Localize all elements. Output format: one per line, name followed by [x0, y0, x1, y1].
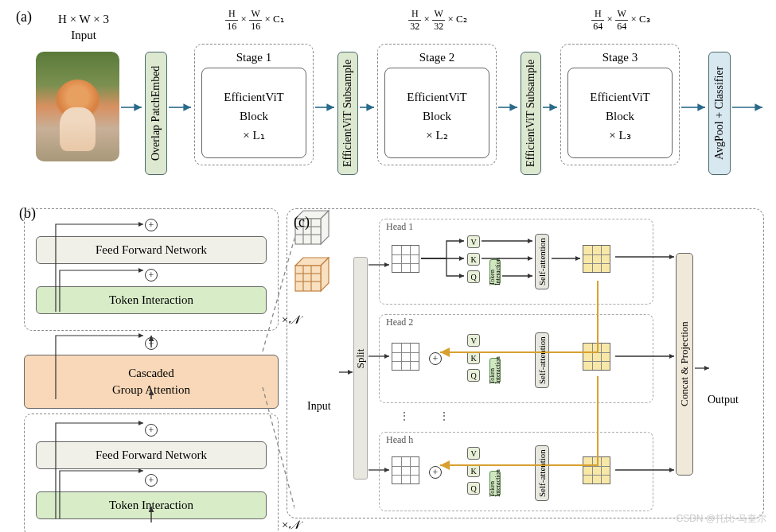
feature-grid-icon: [392, 245, 419, 273]
panel-c-label: (c): [294, 214, 310, 231]
vdots-icon: ⋮: [399, 410, 411, 423]
k-proj: K: [467, 253, 480, 266]
add-icon: +: [145, 337, 158, 350]
stage-1-block: EfficientViTBlock× L₁: [201, 68, 306, 158]
stage-2: Stage 2 EfficientViTBlock× L₂: [377, 44, 497, 165]
panel-b: (b) + Feed Forward Network + Token Inter…: [24, 208, 279, 532]
feature-grid-icon: [392, 343, 419, 371]
classifier-block: AvgPool + Classifier: [708, 52, 731, 175]
token-interaction-c: Token Interaction: [489, 358, 501, 383]
add-icon: +: [145, 269, 158, 282]
feature-grid-out-icon: [583, 343, 610, 371]
head-2: Head 2 + V K Q Token Interaction Self-at…: [379, 314, 653, 403]
ffn-block-lower: Feed Forward Network: [36, 441, 267, 469]
svg-rect-22: [295, 266, 321, 291]
stage-1-title: Stage 1: [201, 51, 306, 64]
self-attention: Self-attention: [535, 332, 549, 388]
stage-3-block: EfficientViTBlock× L₃: [567, 68, 673, 158]
add-icon: +: [429, 352, 442, 365]
head-h-title: Head h: [386, 434, 413, 446]
stage3-dims: H64 × W64 × C₃: [577, 8, 665, 33]
feature-grid-out-icon: [583, 456, 610, 484]
subsample-2: EfficientViT Subsample: [521, 52, 541, 175]
stage-3-title: Stage 3: [567, 51, 673, 64]
panel-b-lower-group: + Feed Forward Network + Token Interacti…: [24, 414, 279, 532]
v-proj: V: [467, 334, 480, 347]
overlap-patchembed-block: Overlap PatchEmbed: [145, 52, 167, 175]
self-attention: Self-attention: [535, 445, 549, 501]
concat-projection: Concat & Projection: [676, 253, 693, 476]
input-image: [36, 52, 119, 161]
input-dims-label: H × W × 3 Input: [44, 12, 123, 43]
input-cube-label: Input: [307, 400, 331, 413]
k-proj: K: [467, 351, 480, 364]
stage2-dims: H32 × W32 × C₂: [394, 8, 482, 33]
feature-grid-icon: [392, 456, 419, 484]
stage-1: Stage 1 EfficientViTBlock× L₁: [194, 44, 314, 165]
input-caption: Input: [71, 29, 96, 41]
input-dims-text: H × W × 3: [58, 13, 109, 25]
watermark: CSDN @托比-马奎尔: [676, 512, 766, 526]
token-interaction-upper: Token Interaction: [36, 286, 267, 314]
split-label: Split: [354, 349, 367, 369]
self-attention: Self-attention: [535, 234, 549, 289]
k-proj: K: [467, 464, 480, 477]
add-icon: +: [145, 424, 158, 437]
q-proj: Q: [467, 482, 480, 495]
token-interaction-lower: Token Interaction: [36, 491, 267, 519]
panel-a: (a) H × W × 3 Input Overlap PatchEmbed H…: [16, 4, 768, 187]
v-proj: V: [467, 235, 480, 248]
feature-grid-out-icon: [583, 245, 610, 273]
stage-2-title: Stage 2: [384, 51, 489, 64]
q-proj: Q: [467, 369, 480, 382]
stage-3: Stage 3 EfficientViTBlock× L₃: [560, 44, 680, 165]
add-icon: +: [145, 219, 158, 231]
panel-a-label: (a): [16, 9, 32, 25]
stage-2-block: EfficientViTBlock× L₂: [384, 68, 489, 158]
stage1-dims: H16 × W16 × C₁: [211, 8, 298, 33]
xn-lower: ×𝒩: [281, 518, 298, 532]
v-proj: V: [467, 447, 480, 460]
add-icon: +: [429, 466, 442, 479]
subsample-1: EfficientViT Subsample: [337, 52, 358, 175]
q-proj: Q: [467, 270, 480, 283]
token-interaction-c: Token Interaction: [489, 259, 501, 285]
head-1: Head 1 V K Q Token Interaction Self-atte…: [379, 219, 653, 305]
token-interaction-c: Token Interaction: [489, 471, 501, 496]
vdots-icon: ⋮: [439, 410, 450, 423]
panel-c: (c) Input Split Head 1 V K Q Token Inter…: [287, 208, 764, 518]
head-h: Head h + V K Q Token Interaction Self-at…: [379, 432, 653, 511]
add-icon: +: [145, 474, 158, 487]
panel-b-upper-group: + Feed Forward Network + Token Interacti…: [24, 208, 279, 331]
output-cube-label: Output: [708, 394, 739, 406]
head-1-title: Head 1: [386, 221, 413, 233]
ffn-block-upper: Feed Forward Network: [36, 236, 267, 264]
cascaded-attention-block: CascadedGroup Attention: [24, 355, 279, 409]
head-2-title: Head 2: [386, 316, 413, 328]
